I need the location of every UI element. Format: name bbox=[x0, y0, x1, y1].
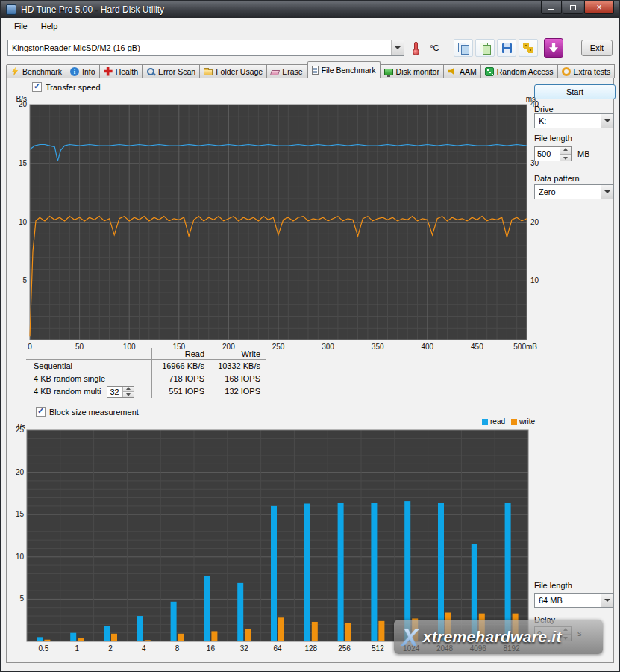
spin-up-icon[interactable] bbox=[560, 147, 571, 155]
folder-icon bbox=[204, 69, 213, 75]
data-pattern-value: Zero bbox=[535, 187, 601, 196]
tab-label: Random Access bbox=[497, 67, 554, 76]
file-length-unit: MB bbox=[577, 149, 590, 158]
result-row-label: Sequential bbox=[26, 360, 151, 373]
temperature-readout: – °C bbox=[423, 43, 451, 52]
tab-aam[interactable]: AAM bbox=[444, 64, 481, 78]
spin-down-icon[interactable] bbox=[122, 392, 134, 397]
minimize-icon bbox=[548, 9, 554, 10]
legend-item-write: write bbox=[511, 417, 535, 426]
block-size-row: Block size measurement bbox=[36, 407, 139, 417]
tab-benchmark[interactable]: Benchmark bbox=[6, 64, 66, 78]
file-length-spinner[interactable] bbox=[534, 146, 572, 161]
transfer-speed-row: Transfer speed bbox=[32, 82, 101, 92]
toolbar: KingstonReader MicSD/M2 (16 gB) – °C Exi… bbox=[1, 34, 619, 61]
tab-label: Health bbox=[116, 67, 138, 76]
tab-extra-tests[interactable]: Extra tests bbox=[558, 64, 616, 78]
spinner-buttons bbox=[122, 387, 134, 397]
hdtune-window: HD Tune Pro 5.00 - Hard Disk Utility × F… bbox=[0, 0, 620, 672]
results-header-write: Write bbox=[210, 348, 266, 360]
block-size-label: Block size measurement bbox=[49, 408, 139, 417]
screenshot-button[interactable] bbox=[475, 39, 495, 57]
chevron-down-icon[interactable] bbox=[601, 185, 613, 199]
tab-label: Erase bbox=[282, 67, 302, 76]
device-select-value: KingstonReader MicSD/M2 (16 gB) bbox=[8, 43, 391, 52]
download-button[interactable] bbox=[544, 38, 563, 58]
result-write-value: 168 IOPS bbox=[210, 373, 266, 385]
monitor-icon bbox=[384, 69, 393, 75]
tab-label: Disk monitor bbox=[396, 67, 439, 76]
download-arrow-icon bbox=[549, 43, 558, 53]
aam-icon bbox=[448, 67, 457, 76]
tab-health[interactable]: Health bbox=[100, 64, 143, 78]
filebench-icon bbox=[312, 66, 319, 75]
health-icon bbox=[104, 67, 113, 76]
extra-icon bbox=[562, 67, 571, 76]
chevron-down-icon[interactable] bbox=[601, 114, 613, 128]
queue-depth-input[interactable] bbox=[107, 387, 122, 397]
info-icon bbox=[70, 67, 79, 76]
spin-up-icon[interactable] bbox=[122, 387, 134, 393]
tab-error-scan[interactable]: Error Scan bbox=[143, 64, 200, 78]
results-header-read: Read bbox=[151, 348, 210, 360]
result-write-value: 10332 KB/s bbox=[210, 360, 266, 373]
queue-depth-spinner[interactable] bbox=[107, 386, 134, 398]
read-color-swatch bbox=[482, 419, 488, 425]
tab-file-benchmark[interactable]: File Benchmark bbox=[307, 61, 381, 78]
watermark-logo: X bbox=[401, 624, 419, 650]
exit-button[interactable]: Exit bbox=[581, 40, 613, 56]
tab-folder-usage[interactable]: Folder Usage bbox=[200, 64, 267, 78]
transfer-speed-checkbox[interactable] bbox=[32, 82, 42, 92]
menu-file[interactable]: File bbox=[7, 19, 34, 33]
result-label-text: 4 KB random multi bbox=[34, 385, 101, 398]
tab-label: AAM bbox=[460, 67, 477, 76]
result-label-text: Sequential bbox=[34, 360, 72, 373]
device-select[interactable]: KingstonReader MicSD/M2 (16 gB) bbox=[7, 40, 404, 56]
chevron-down-icon[interactable] bbox=[391, 40, 404, 55]
result-row-label: 4 KB random single bbox=[26, 373, 151, 385]
legend-label: write bbox=[519, 417, 535, 426]
close-button[interactable]: × bbox=[584, 1, 614, 14]
file-length-input[interactable] bbox=[535, 147, 560, 161]
tab-label: Folder Usage bbox=[216, 67, 263, 76]
legend-label: read bbox=[490, 417, 505, 426]
result-read-value: 16966 KB/s bbox=[151, 360, 210, 373]
block-size-checkbox[interactable] bbox=[36, 407, 46, 417]
drive-select-value: K: bbox=[535, 116, 601, 125]
tab-label: Info bbox=[82, 67, 95, 76]
maximize-button[interactable] bbox=[563, 1, 583, 14]
transfer-speed-label: Transfer speed bbox=[46, 83, 101, 92]
data-pattern-label: Data pattern bbox=[534, 174, 580, 183]
drive-select[interactable]: K: bbox=[534, 113, 614, 128]
result-write-value: 132 IOPS bbox=[210, 385, 266, 398]
screenshot-icon bbox=[479, 42, 491, 54]
tab-random-access[interactable]: Random Access bbox=[481, 64, 558, 78]
benchmark-icon bbox=[10, 67, 19, 76]
tab-info[interactable]: Info bbox=[66, 64, 100, 78]
tab-strip: BenchmarkInfoHealthError ScanFolder Usag… bbox=[6, 61, 617, 78]
tab-disk-monitor[interactable]: Disk monitor bbox=[381, 64, 444, 78]
menu-help[interactable]: Help bbox=[34, 19, 65, 33]
result-read-value: 551 IOPS bbox=[151, 385, 210, 398]
results-header-spacer bbox=[26, 348, 151, 360]
chevron-down-icon[interactable] bbox=[601, 594, 613, 607]
minimize-button[interactable] bbox=[541, 1, 562, 14]
titlebar: HD Tune Pro 5.00 - Hard Disk Utility × bbox=[1, 1, 619, 18]
file-length2-select[interactable]: 64 MB bbox=[534, 593, 614, 608]
options-button[interactable] bbox=[519, 39, 538, 57]
spinner-buttons bbox=[560, 147, 571, 161]
tab-label: File Benchmark bbox=[322, 66, 376, 75]
menubar: File Help bbox=[1, 18, 619, 34]
save-button[interactable] bbox=[497, 39, 516, 57]
results-table: ReadWriteSequential16966 KB/s10332 KB/s4… bbox=[26, 348, 266, 398]
file-length2-label: File length bbox=[534, 581, 572, 590]
chart-legend: readwrite bbox=[482, 417, 535, 426]
copy-button[interactable] bbox=[454, 39, 473, 57]
file-length2-value: 64 MB bbox=[535, 596, 601, 605]
tab-erase[interactable]: Erase bbox=[267, 64, 307, 78]
tab-label: Benchmark bbox=[22, 67, 62, 76]
data-pattern-select[interactable]: Zero bbox=[534, 184, 614, 199]
spin-down-icon[interactable] bbox=[560, 155, 571, 161]
start-button[interactable]: Start bbox=[534, 84, 616, 99]
watermark-text: xtremehardware.it bbox=[423, 628, 562, 646]
